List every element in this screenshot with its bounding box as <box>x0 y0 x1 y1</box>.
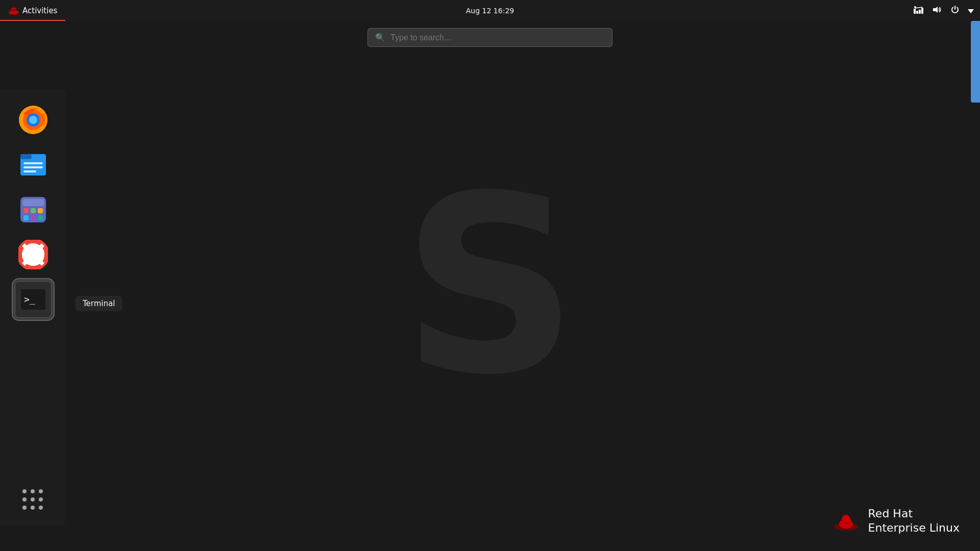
activities-label: Activities <box>22 6 57 15</box>
dash-item-help[interactable] <box>13 234 54 275</box>
search-input-wrap[interactable]: 🔍 <box>368 28 612 47</box>
svg-rect-6 <box>921 8 923 14</box>
redhat-icon <box>8 5 19 16</box>
files-icon <box>18 150 48 180</box>
svg-line-8 <box>915 7 922 8</box>
redhat-text-block: Red Hat Enterprise Linux <box>868 507 960 536</box>
svg-rect-26 <box>31 215 36 220</box>
volume-icon[interactable] <box>930 4 944 18</box>
clock: Aug 12 16:29 <box>466 7 514 15</box>
svg-rect-21 <box>22 199 44 206</box>
terminal-tooltip: Terminal <box>76 296 122 311</box>
svg-text:>_: >_ <box>24 294 35 305</box>
terminal-icon: >_ <box>15 281 52 318</box>
activities-button[interactable]: Activities <box>0 0 65 21</box>
svg-point-2 <box>12 9 16 12</box>
redhat-logo-icon <box>832 507 860 535</box>
svg-rect-23 <box>31 208 36 213</box>
power-icon[interactable] <box>948 3 962 18</box>
topbar-right <box>912 0 980 21</box>
topbar-dropdown-icon[interactable] <box>966 4 976 17</box>
help-icon <box>18 240 48 269</box>
svg-rect-24 <box>38 208 43 213</box>
svg-point-40 <box>841 515 850 528</box>
redhat-brand-text: Red Hat Enterprise Linux <box>868 507 960 536</box>
software-icon <box>18 195 48 224</box>
svg-rect-18 <box>23 166 43 168</box>
svg-rect-27 <box>38 215 43 220</box>
svg-rect-4 <box>916 11 918 14</box>
search-icon: 🔍 <box>375 33 385 42</box>
svg-rect-17 <box>23 162 43 164</box>
svg-rect-19 <box>23 170 36 172</box>
search-input[interactable] <box>390 33 605 42</box>
dash-item-software[interactable] <box>13 189 54 230</box>
svg-rect-25 <box>23 215 29 220</box>
dash-item-terminal[interactable]: >_ <box>13 279 54 320</box>
dash-item-files[interactable] <box>13 144 54 185</box>
network-icon[interactable] <box>912 4 926 18</box>
topbar: Activities Aug 12 16:29 <box>0 0 980 21</box>
dash-item-show-apps[interactable] <box>13 480 54 520</box>
apps-grid-icon <box>20 487 46 513</box>
dash-sidebar: >_ <box>0 89 66 525</box>
svg-marker-10 <box>968 9 974 13</box>
redhat-logo: Red Hat Enterprise Linux <box>832 507 960 536</box>
svg-rect-16 <box>20 154 32 159</box>
svg-rect-3 <box>914 9 916 14</box>
search-bar: 🔍 <box>368 28 612 47</box>
svg-rect-22 <box>23 208 29 213</box>
svg-point-14 <box>29 116 37 124</box>
background-logo: S <box>402 163 578 408</box>
workspace-bar[interactable] <box>971 21 980 103</box>
svg-marker-9 <box>933 7 938 13</box>
dash-item-firefox[interactable] <box>13 99 54 140</box>
svg-rect-5 <box>919 10 921 14</box>
firefox-icon <box>18 105 48 135</box>
